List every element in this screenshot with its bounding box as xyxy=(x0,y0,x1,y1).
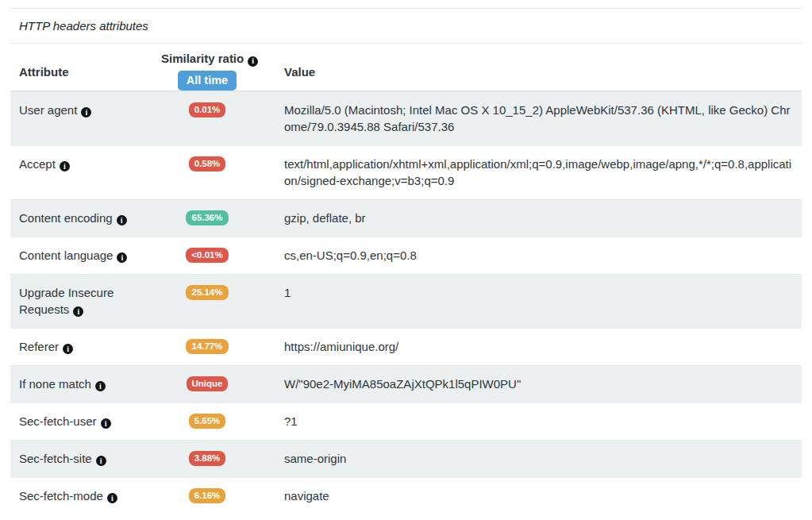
ratio-cell: 65.36% xyxy=(161,210,253,225)
attribute-cell: Refereri xyxy=(10,338,161,355)
attribute-label: User agent xyxy=(19,103,77,117)
ratio-cell: 25.14% xyxy=(161,284,253,300)
value-cell: https://amiunique.org/ xyxy=(253,338,802,355)
attribute-label: Sec-fetch-user xyxy=(19,414,97,428)
table-row: Refereri 14.77% https://amiunique.org/ xyxy=(10,328,802,365)
table-body: User agenti 0.01% Mozilla/5.0 (Macintosh… xyxy=(10,91,802,514)
table-row: If none matchi Unique W/"90e2-MyiMA85oaZ… xyxy=(10,365,802,403)
attribute-label: Upgrade Insecure Requests xyxy=(19,286,114,316)
attribute-label: If none match xyxy=(19,377,91,391)
value-cell: navigate xyxy=(253,487,802,504)
info-icon[interactable]: i xyxy=(81,107,91,117)
similarity-badge: 5.65% xyxy=(189,414,226,429)
table-row: User agenti 0.01% Mozilla/5.0 (Macintosh… xyxy=(10,91,802,145)
ratio-cell: 6.16% xyxy=(161,487,253,503)
similarity-badge: 6.16% xyxy=(189,488,226,503)
attribute-label: Sec-fetch-site xyxy=(19,452,92,465)
attribute-cell: User agenti xyxy=(10,102,161,118)
info-icon[interactable]: i xyxy=(95,381,106,391)
attribute-cell: Sec-fetch-sitei xyxy=(10,450,161,467)
info-icon[interactable]: i xyxy=(96,456,106,466)
ratio-cell: 14.77% xyxy=(161,338,253,354)
value-cell: ?1 xyxy=(253,413,802,429)
table-header: Attribute Similarity ratioi All time Val… xyxy=(10,44,802,91)
attribute-label: Sec-fetch-mode xyxy=(19,489,103,503)
ratio-cell: 3.88% xyxy=(161,450,253,466)
attribute-cell: Sec-fetch-modei xyxy=(10,487,161,504)
value-cell: Mozilla/5.0 (Macintosh; Intel Mac OS X 1… xyxy=(253,102,802,135)
value-cell: W/"90e2-MyiMA85oaZAjXtQPk1l5qPIW0PU" xyxy=(253,376,802,392)
table-row: Sec-fetch-useri 5.65% ?1 xyxy=(10,403,802,440)
table-row: Content languagei <0.01% cs,en-US;q=0.9,… xyxy=(10,237,802,274)
table-row: Sec-fetch-sitei 3.88% same-origin xyxy=(10,440,802,477)
similarity-badge: <0.01% xyxy=(186,248,228,263)
attribute-cell: Upgrade Insecure Requestsi xyxy=(10,284,161,318)
similarity-badge: 14.77% xyxy=(186,339,228,354)
table-row: Accepti 0.58% text/html,application/xhtm… xyxy=(10,145,802,199)
info-icon[interactable]: i xyxy=(63,344,73,354)
info-icon[interactable]: i xyxy=(73,306,83,317)
table-row: Upgrade Insecure Requestsi 25.14% 1 xyxy=(10,274,802,328)
similarity-ratio-text: Similarity ratio xyxy=(161,52,244,65)
similarity-badge: 0.58% xyxy=(189,156,226,171)
value-cell: gzip, deflate, br xyxy=(253,210,802,226)
info-icon[interactable]: i xyxy=(117,215,127,225)
panel-title: HTTP headers attributes xyxy=(10,8,802,44)
value-cell: cs,en-US;q=0.9,en;q=0.8 xyxy=(253,247,802,264)
info-icon[interactable]: i xyxy=(117,252,127,263)
similarity-badge: 65.36% xyxy=(186,210,228,225)
value-cell: 1 xyxy=(253,284,802,301)
attribute-cell: Accepti xyxy=(10,156,161,172)
attribute-label: Referer xyxy=(19,340,59,353)
attribute-cell: Sec-fetch-useri xyxy=(10,413,161,429)
info-icon[interactable]: i xyxy=(107,493,117,503)
column-header-similarity: Similarity ratioi All time xyxy=(161,51,253,91)
similarity-badge: Unique xyxy=(187,376,229,391)
similarity-ratio-label: Similarity ratioi xyxy=(161,51,253,67)
attribute-label: Content language xyxy=(19,248,113,262)
similarity-badge: 25.14% xyxy=(186,285,228,300)
attribute-label: Accept xyxy=(19,157,56,171)
table-row: Sec-fetch-modei 6.16% navigate xyxy=(10,477,802,514)
value-cell: same-origin xyxy=(253,450,802,467)
value-cell: text/html,application/xhtml+xml,applicat… xyxy=(253,156,802,189)
http-headers-panel: HTTP headers attributes Attribute Simila… xyxy=(10,8,802,514)
similarity-badge: 3.88% xyxy=(189,451,226,466)
table-row: Content encodingi 65.36% gzip, deflate, … xyxy=(10,199,802,237)
ratio-cell: Unique xyxy=(161,376,253,391)
ratio-cell: 5.65% xyxy=(161,413,253,429)
attribute-cell: Content encodingi xyxy=(10,210,161,226)
info-icon[interactable]: i xyxy=(101,418,111,429)
column-header-value: Value xyxy=(253,64,802,91)
info-icon[interactable]: i xyxy=(60,161,70,171)
period-badge[interactable]: All time xyxy=(178,71,237,91)
attribute-cell: Content languagei xyxy=(10,247,161,264)
ratio-cell: 0.58% xyxy=(161,156,253,171)
column-header-attribute: Attribute xyxy=(10,64,161,91)
attribute-label: Content encoding xyxy=(19,211,113,225)
attribute-cell: If none matchi xyxy=(10,376,161,392)
ratio-cell: 0.01% xyxy=(161,102,253,117)
similarity-badge: 0.01% xyxy=(189,102,226,117)
ratio-cell: <0.01% xyxy=(161,247,253,263)
